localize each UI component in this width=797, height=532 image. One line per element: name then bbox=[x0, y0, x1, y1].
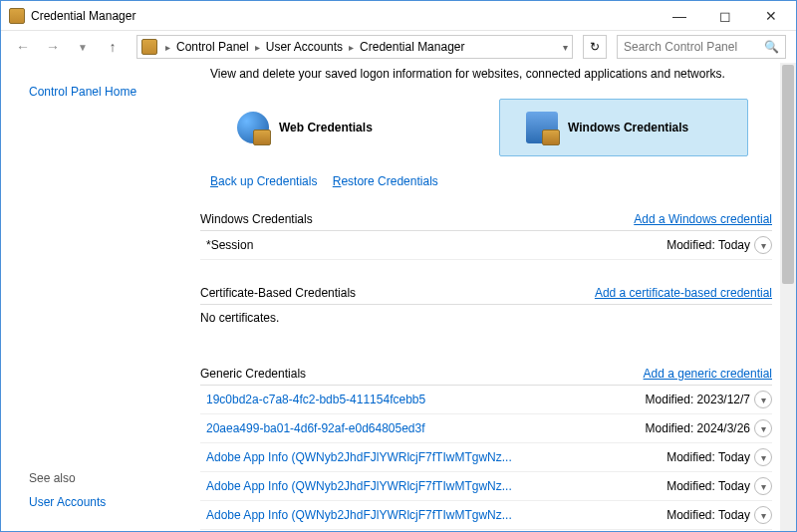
sidebar-home-link[interactable]: Control Panel Home bbox=[29, 85, 180, 99]
chevron-right-icon[interactable]: ▸ bbox=[161, 42, 174, 53]
credential-modified: Modified: Today bbox=[666, 508, 754, 522]
chevron-down-icon[interactable]: ▾ bbox=[754, 236, 772, 254]
credential-name: Adobe App Info (QWNyb2JhdFJlYWRlcjF7fTIw… bbox=[200, 479, 512, 493]
section-generic-credentials: Generic Credentials Add a generic creden… bbox=[200, 361, 772, 531]
breadcrumb-icon bbox=[141, 39, 157, 55]
chevron-right-icon[interactable]: ▸ bbox=[345, 42, 358, 53]
intro-text: View and delete your saved logon informa… bbox=[200, 67, 772, 95]
forward-button[interactable]: → bbox=[41, 35, 65, 59]
credential-row[interactable]: 20aea499-ba01-4d6f-92af-e0d64805ed3f Mod… bbox=[200, 414, 772, 443]
section-title: Certificate-Based Credentials bbox=[200, 286, 356, 300]
close-button[interactable]: ✕ bbox=[748, 1, 794, 31]
vertical-scrollbar[interactable] bbox=[780, 63, 796, 531]
add-generic-credential-link[interactable]: Add a generic credential bbox=[644, 367, 772, 381]
chevron-down-icon[interactable]: ▾ bbox=[754, 448, 772, 466]
scrollbar-thumb[interactable] bbox=[782, 65, 794, 284]
restore-rest: estore Credentials bbox=[341, 174, 437, 188]
search-input[interactable]: Search Control Panel 🔍 bbox=[617, 35, 786, 59]
search-icon[interactable]: 🔍 bbox=[764, 40, 779, 54]
chevron-down-icon[interactable]: ▾ bbox=[754, 391, 772, 408]
tab-web-credentials[interactable]: Web Credentials bbox=[210, 99, 459, 156]
backup-rest: ack up Credentials bbox=[218, 174, 317, 188]
credential-modified: Modified: Today bbox=[666, 238, 754, 252]
breadcrumb[interactable]: ▸ Control Panel ▸ User Accounts ▸ Creden… bbox=[136, 35, 573, 59]
see-also-label: See also bbox=[29, 471, 180, 485]
breadcrumb-history-icon[interactable]: ▾ bbox=[563, 42, 568, 53]
chevron-right-icon[interactable]: ▸ bbox=[251, 42, 264, 53]
computer-safe-icon bbox=[526, 112, 558, 143]
chevron-down-icon[interactable]: ▾ bbox=[754, 419, 772, 437]
restore-credentials-link[interactable]: Restore Credentials bbox=[333, 174, 438, 188]
window-title: Credential Manager bbox=[31, 9, 135, 23]
tab-web-label: Web Credentials bbox=[279, 121, 373, 134]
breadcrumb-seg-2[interactable]: Credential Manager bbox=[358, 40, 466, 54]
credential-modified: Modified: Today bbox=[666, 450, 754, 464]
credential-name: Adobe App Info (QWNyb2JhdFJlYWRlcjF7fTIw… bbox=[200, 508, 512, 522]
credential-modified: Modified: Today bbox=[666, 479, 754, 493]
credential-row[interactable]: Adobe App Info (QWNyb2JhdFJlYWRlcjF7fTIw… bbox=[200, 443, 772, 472]
credential-modified: Modified: 2023/12/7 bbox=[646, 393, 754, 406]
back-button[interactable]: ← bbox=[11, 35, 35, 59]
app-icon bbox=[9, 8, 25, 24]
credential-name: *Session bbox=[200, 238, 253, 252]
breadcrumb-seg-1[interactable]: User Accounts bbox=[264, 40, 345, 54]
section-title: Windows Credentials bbox=[200, 212, 313, 226]
search-placeholder: Search Control Panel bbox=[624, 40, 737, 54]
credential-name: 20aea499-ba01-4d6f-92af-e0d64805ed3f bbox=[200, 421, 425, 435]
tab-windows-label: Windows Credentials bbox=[568, 121, 688, 134]
add-certificate-credential-link[interactable]: Add a certificate-based credential bbox=[595, 286, 772, 300]
empty-message: No certificates. bbox=[200, 305, 772, 341]
credential-row[interactable]: Adobe App Info (QWNyb2JhdFJlYWRlcjF7fTIw… bbox=[200, 501, 772, 530]
credential-row[interactable]: Adobe App Info (QWNyb2JhdFJlYWRlcjF7fTIw… bbox=[200, 472, 772, 501]
sidebar-user-accounts-link[interactable]: User Accounts bbox=[29, 495, 180, 509]
credential-row[interactable]: *Session Modified: Today ▾ bbox=[200, 231, 772, 260]
chevron-down-icon[interactable]: ▾ bbox=[754, 506, 772, 524]
refresh-button[interactable]: ↻ bbox=[583, 35, 607, 59]
recent-dropdown-icon[interactable]: ▼ bbox=[71, 35, 95, 59]
add-windows-credential-link[interactable]: Add a Windows credential bbox=[634, 212, 772, 226]
up-button[interactable]: ↑ bbox=[101, 35, 125, 59]
credential-modified: Modified: 2024/3/26 bbox=[646, 421, 754, 435]
backup-credentials-link[interactable]: Back up Credentials bbox=[210, 174, 317, 188]
main-content: View and delete your saved logon informa… bbox=[200, 63, 796, 531]
credential-row[interactable]: 19c0bd2a-c7a8-4fc2-bdb5-411154fcebb5 Mod… bbox=[200, 386, 772, 414]
section-certificate-credentials: Certificate-Based Credentials Add a cert… bbox=[200, 280, 772, 341]
sidebar: Control Panel Home See also User Account… bbox=[1, 63, 200, 531]
chevron-down-icon[interactable]: ▾ bbox=[754, 477, 772, 495]
titlebar: Credential Manager ― ◻ ✕ bbox=[1, 1, 796, 31]
breadcrumb-seg-0[interactable]: Control Panel bbox=[174, 40, 251, 54]
navbar: ← → ▼ ↑ ▸ Control Panel ▸ User Accounts … bbox=[1, 31, 796, 63]
section-title: Generic Credentials bbox=[200, 367, 306, 381]
credential-name: 19c0bd2a-c7a8-4fc2-bdb5-411154fcebb5 bbox=[200, 393, 425, 406]
minimize-button[interactable]: ― bbox=[657, 1, 702, 31]
credential-name: Adobe App Info (QWNyb2JhdFJlYWRlcjF7fTIw… bbox=[200, 450, 512, 464]
maximize-button[interactable]: ◻ bbox=[702, 1, 748, 31]
credential-row[interactable]: Adobe App Info (QWNyb2JhdFJlYWRlcjF7fTIw… bbox=[200, 530, 772, 531]
tab-windows-credentials[interactable]: Windows Credentials bbox=[499, 99, 748, 156]
section-windows-credentials: Windows Credentials Add a Windows creden… bbox=[200, 206, 772, 260]
globe-safe-icon bbox=[237, 112, 269, 143]
